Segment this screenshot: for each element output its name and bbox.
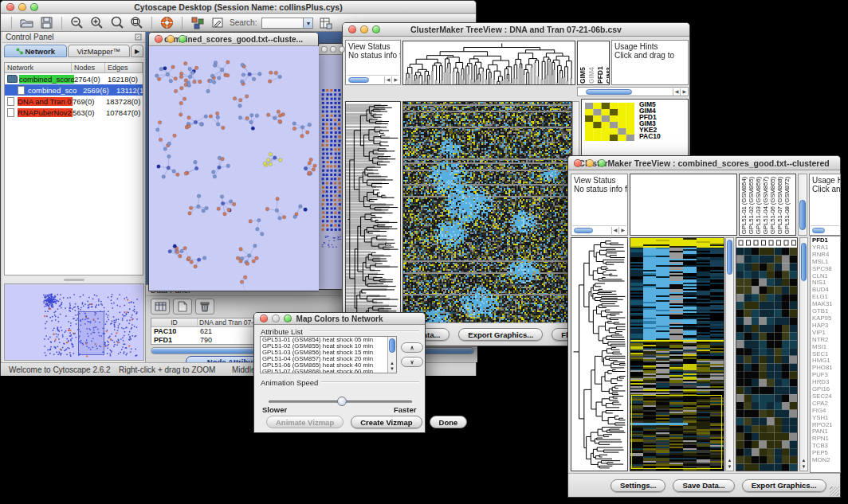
speed-slider-thumb[interactable] [337, 397, 347, 406]
network-tree-row[interactable]: DNA and Tran 07 769(0) 183728(0) [5, 96, 143, 107]
delete-attribute-trash-icon[interactable] [195, 299, 214, 315]
dialog-button[interactable]: Create Vizmap [351, 416, 422, 428]
resize-grip[interactable] [830, 486, 839, 496]
treeview-button[interactable]: Save Data... [673, 479, 734, 492]
gene-label[interactable]: MON2 [812, 457, 840, 464]
search-input[interactable] [261, 18, 303, 29]
network-tree-row[interactable]: combined_sco 2569(6) 13112(15) [5, 84, 143, 96]
column-label[interactable]: GPL51-02 (GSM855) [748, 177, 755, 234]
zoom-panel-hscrollbar[interactable]: ◀▶ [577, 87, 689, 96]
search-dropdown-arrow[interactable]: ▼ [303, 18, 313, 29]
network-view-titlebar[interactable]: combined_scores_good.txt--cluste... [149, 33, 318, 46]
zoom-heatmap-canvas[interactable] [585, 103, 634, 141]
col-header-id[interactable]: ID [151, 318, 198, 326]
minimize-button[interactable] [360, 25, 368, 33]
minimize-button[interactable] [330, 46, 336, 53]
gene-label[interactable]: PAC10 [639, 133, 687, 139]
gene-label-list: PFD1YRA1RNR4MSL1SPC98CLN1NIS1BUD4ELG1MAK… [810, 236, 841, 473]
close-button[interactable] [260, 315, 268, 322]
network-view-icon[interactable] [190, 15, 205, 30]
column-label[interactable]: GPL51-08 (GSM872) [783, 177, 791, 234]
column-dendrogram-panel[interactable] [402, 41, 575, 85]
new-attribute-icon[interactable] [173, 299, 192, 315]
minimize-button[interactable] [272, 315, 280, 322]
move-up-button[interactable]: ∧ [401, 342, 423, 353]
minimize-button[interactable] [586, 159, 594, 167]
tab-vizmapper[interactable]: VizMapper™ [68, 45, 131, 57]
move-down-button[interactable]: ∨ [401, 357, 423, 367]
column-label[interactable]: GPL51-01 (GSM854) [740, 177, 748, 234]
close-button[interactable] [155, 35, 163, 43]
zoom-button[interactable] [30, 3, 38, 11]
zoom-heatmap-canvas[interactable] [736, 238, 797, 471]
global-heatmap-panel[interactable] [630, 237, 724, 471]
row-dendrogram-panel[interactable] [345, 101, 401, 335]
zoom-in-icon[interactable] [89, 15, 104, 30]
minimize-button[interactable] [18, 3, 26, 11]
zoom-button[interactable] [284, 315, 292, 322]
heatmap-vscrollbar[interactable]: ▲ ▼ [725, 237, 734, 471]
dialog-button[interactable]: Done [430, 416, 468, 428]
network-tree-row[interactable]: combined_scores 2764(0) 16218(0) [5, 73, 143, 84]
treeview2-titlebar[interactable]: ClusterMaker TreeView : combined_scores_… [568, 156, 840, 170]
column-label[interactable]: GIM4 [587, 42, 595, 84]
treeview1-titlebar[interactable]: ClusterMaker TreeView : DNA and Tran 07-… [343, 23, 689, 37]
column-labels-strip: GIM5GIM4PFD1GIM3YKE2PAC10 [577, 41, 610, 85]
dialog-titlebar[interactable]: Map Colors to Network [254, 313, 425, 325]
column-label[interactable]: GPL51-06 (GSM865) [769, 177, 776, 234]
column-labels-vscrollbar[interactable] [798, 174, 807, 236]
network-nodes-count: 563(0) [73, 108, 106, 117]
main-titlebar[interactable]: Cytoscape Desktop (Session Name: collins… [1, 1, 476, 14]
column-label[interactable]: PFD1 [596, 42, 604, 84]
close-button[interactable] [574, 159, 582, 167]
attribute-list-scrollbar[interactable]: ▲ ▼ [387, 337, 396, 373]
attribute-list-item[interactable]: GPL51-07 (GSM868) heat shock 60 min [261, 369, 396, 373]
zoom-fit-icon[interactable] [109, 15, 124, 30]
open-file-icon[interactable] [19, 15, 34, 30]
tab-network[interactable]: Network [4, 45, 67, 57]
save-icon[interactable] [39, 15, 54, 30]
row-dendrogram-canvas[interactable] [571, 238, 627, 471]
column-label[interactable]: GIM3 [605, 42, 610, 84]
global-heatmap-canvas[interactable] [403, 102, 571, 334]
zoom-button[interactable] [179, 35, 186, 43]
treeview-button[interactable]: Settings... [610, 479, 665, 492]
speed-slider-track[interactable] [269, 400, 412, 403]
close-button[interactable] [321, 46, 328, 53]
zoom-vscrollbar[interactable]: ▲ ▼ [799, 237, 808, 471]
network-overview-canvas[interactable] [4, 283, 144, 361]
help-lifering-icon[interactable] [159, 15, 175, 30]
annotation-icon[interactable] [210, 15, 225, 30]
zoom-button[interactable] [372, 25, 380, 33]
usage-hints-scrollbar[interactable] [811, 225, 839, 234]
view-status-scrollbar[interactable]: ◀▶ [572, 225, 626, 234]
global-heatmap-canvas[interactable] [630, 238, 724, 471]
row-dendrogram-canvas[interactable] [346, 102, 400, 334]
network-tree-row[interactable]: RNAPuberNov2+ 563(0) 107847(0) [5, 107, 143, 118]
treeview-button[interactable]: Export Graphics... [458, 328, 543, 341]
panel-splitter[interactable] [4, 277, 143, 283]
column-label[interactable]: GPL51-03 (GSM856) [755, 177, 762, 234]
zoom-out-icon[interactable] [69, 15, 84, 30]
row-dendrogram-panel[interactable] [571, 237, 628, 471]
network-graph-canvas[interactable] [150, 46, 319, 291]
float-panel-icon[interactable] [135, 33, 142, 41]
dialog-button[interactable]: Animate Vizmap [266, 416, 344, 428]
minimize-button[interactable] [167, 35, 175, 43]
zoom-button[interactable] [339, 46, 345, 53]
global-heatmap-panel[interactable] [402, 101, 572, 335]
view-status-scrollbar[interactable]: ◀▶ [347, 75, 399, 84]
zoom-heatmap-panel[interactable] [736, 237, 798, 471]
treeview-button[interactable]: Export Graphics... [742, 479, 826, 492]
node-table-tab[interactable] [151, 299, 170, 315]
tab-overflow-button[interactable]: ▶ [131, 45, 143, 57]
column-label[interactable]: GPL51-07 (GSM868) [776, 177, 783, 234]
close-button[interactable] [348, 25, 356, 33]
zoom-button[interactable] [598, 159, 606, 167]
column-dendrogram-canvas[interactable] [403, 41, 575, 84]
column-label[interactable]: GIM5 [579, 42, 587, 84]
zoom-selected-icon[interactable] [129, 15, 144, 30]
column-label[interactable]: GPL51-04 (GSM857) [762, 177, 769, 234]
table-import-icon[interactable] [318, 15, 333, 30]
close-button[interactable] [6, 3, 14, 11]
